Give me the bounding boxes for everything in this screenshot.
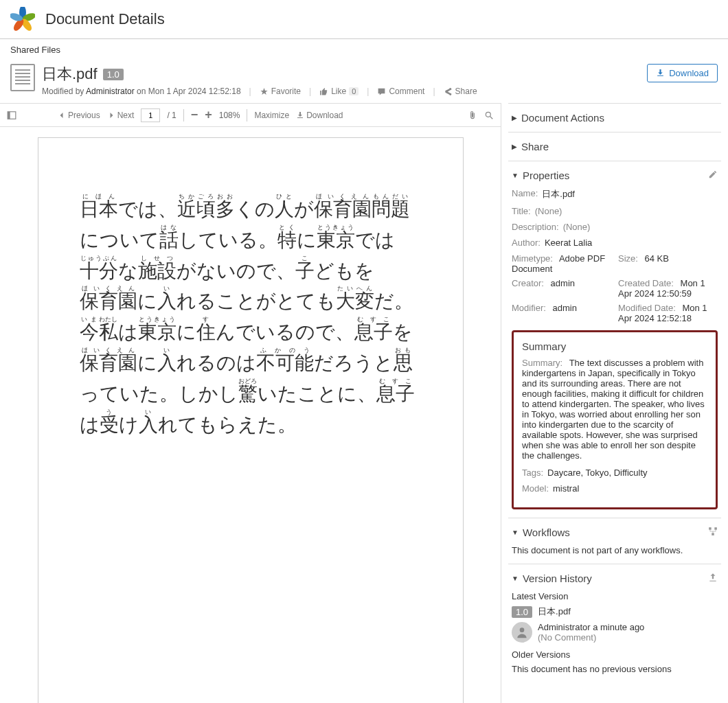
svg-rect-9 bbox=[714, 527, 717, 530]
summary-text: The text discusses a problem with kinder… bbox=[522, 358, 705, 461]
thumbs-up-icon bbox=[319, 87, 328, 96]
caret-down-icon: ▼ bbox=[512, 172, 519, 179]
prop-modifier-label: Modifier: bbox=[512, 303, 546, 313]
page-input[interactable] bbox=[141, 108, 160, 122]
comment-icon bbox=[377, 87, 386, 96]
arrow-left-icon bbox=[58, 111, 66, 119]
svg-point-7 bbox=[486, 112, 490, 117]
latest-version-name[interactable]: 日本.pdf bbox=[538, 606, 571, 618]
app-header: Document Details bbox=[0, 0, 728, 39]
svg-point-11 bbox=[520, 627, 525, 632]
zoom-out-button[interactable]: − bbox=[191, 108, 198, 122]
older-versions-empty: This document has no previous versions bbox=[512, 664, 718, 674]
next-page-button[interactable]: Next bbox=[107, 111, 135, 120]
user-icon bbox=[515, 625, 529, 639]
workflows-empty: This document is not part of any workflo… bbox=[512, 545, 718, 555]
download-icon bbox=[296, 111, 304, 119]
prop-description-label: Description: bbox=[512, 222, 559, 232]
download-icon bbox=[656, 69, 665, 78]
comment-button[interactable]: Comment bbox=[377, 87, 424, 96]
prop-creator-label: Creator: bbox=[512, 278, 544, 288]
share-button[interactable]: Share bbox=[444, 87, 477, 96]
tags-label: Tags: bbox=[522, 468, 543, 478]
attachment-button[interactable] bbox=[468, 111, 477, 120]
svg-rect-10 bbox=[712, 533, 714, 535]
caret-right-icon: ▶ bbox=[512, 114, 517, 122]
pdf-page: 日本にほんでは、近頃ちかごろ多おおくの人ひとが保育園ほいくえん問題もんだいについ… bbox=[38, 137, 464, 703]
star-icon bbox=[260, 87, 269, 96]
latest-version-badge: 1.0 bbox=[512, 606, 532, 618]
upload-icon bbox=[708, 573, 718, 582]
workflow-icon bbox=[708, 527, 718, 536]
pdf-text-content: 日本にほんでは、近頃ちかごろ多おおくの人ひとが保育園ほいくえん問題もんだいについ… bbox=[80, 193, 422, 440]
search-icon bbox=[484, 111, 494, 120]
viewer-download-button[interactable]: Download bbox=[296, 111, 343, 120]
version-badge: 1.0 bbox=[103, 69, 124, 80]
pencil-icon bbox=[708, 170, 718, 179]
older-versions-label: Older Versions bbox=[512, 649, 718, 660]
panel-document-actions[interactable]: ▶ Document Actions bbox=[512, 112, 718, 124]
prop-size-label: Size: bbox=[618, 253, 638, 264]
caret-down-icon: ▼ bbox=[512, 575, 519, 582]
latest-version-label: Latest Version bbox=[512, 591, 718, 601]
document-icon bbox=[10, 64, 35, 91]
edit-properties-button[interactable] bbox=[708, 170, 718, 181]
prop-description: (None) bbox=[563, 222, 591, 232]
zoom-in-button[interactable]: + bbox=[205, 108, 212, 122]
favorite-button[interactable]: Favorite bbox=[260, 87, 301, 96]
download-button[interactable]: Download bbox=[647, 64, 718, 82]
arrow-right-icon bbox=[107, 111, 115, 119]
side-panel: ▶ Document Actions ▶ Share ▼ Properties … bbox=[501, 103, 728, 703]
share-icon bbox=[444, 87, 453, 96]
model-label: Model: bbox=[522, 483, 549, 494]
prop-author-label: Author: bbox=[512, 238, 541, 248]
upload-version-button[interactable] bbox=[708, 573, 718, 584]
summary-heading: Summary bbox=[522, 341, 707, 352]
prop-creator: admin bbox=[551, 278, 575, 288]
prop-created-date-label: Created Date: bbox=[618, 278, 674, 288]
avatar-icon bbox=[512, 622, 532, 643]
paperclip-icon bbox=[468, 111, 477, 120]
app-logo-icon bbox=[10, 7, 35, 32]
like-button[interactable]: Like 0 bbox=[319, 87, 359, 96]
document-header: 日本.pdf 1.0 Modified by Administrator on … bbox=[0, 60, 728, 103]
like-count: 0 bbox=[349, 87, 359, 95]
breadcrumb[interactable]: Shared Files bbox=[0, 39, 728, 60]
modified-by-link[interactable]: Administrator bbox=[86, 87, 135, 96]
viewer-column: Previous Next / 1 − + 108% Maximize Down… bbox=[0, 103, 501, 703]
prop-name: 日本.pdf bbox=[542, 188, 575, 200]
prop-author: Keerat Lalia bbox=[545, 238, 592, 248]
document-title: 日本.pdf bbox=[42, 64, 98, 84]
prop-title-label: Title: bbox=[512, 206, 531, 216]
sidebar-toggle-button[interactable] bbox=[7, 111, 16, 120]
prop-name-label: Name: bbox=[512, 188, 538, 200]
panel-properties[interactable]: ▼ Properties bbox=[512, 170, 718, 181]
svg-rect-6 bbox=[8, 111, 10, 119]
panel-version-history[interactable]: ▼ Version History bbox=[512, 573, 718, 584]
page-total: / 1 bbox=[167, 111, 176, 120]
prop-modified-date-label: Modified Date: bbox=[618, 303, 676, 313]
tags-value: Daycare, Tokyo, Difficulty bbox=[547, 468, 647, 478]
previous-page-button[interactable]: Previous bbox=[58, 111, 100, 120]
zoom-level: 108% bbox=[219, 111, 240, 120]
model-value: mistral bbox=[553, 483, 579, 494]
search-in-doc-button[interactable] bbox=[484, 111, 494, 120]
panel-workflows[interactable]: ▼ Workflows bbox=[512, 527, 718, 538]
viewer-toolbar: Previous Next / 1 − + 108% Maximize Down… bbox=[0, 104, 501, 127]
panel-share[interactable]: ▶ Share bbox=[512, 141, 718, 152]
prop-mimetype-label: Mimetype: bbox=[512, 253, 553, 264]
workflows-action-button[interactable] bbox=[708, 527, 718, 538]
summary-box: Summary Summary: The text discusses a pr… bbox=[512, 330, 718, 509]
caret-down-icon: ▼ bbox=[512, 529, 519, 536]
modified-info: Modified by Administrator on Mon 1 Apr 2… bbox=[42, 87, 241, 96]
prop-size: 64 KB bbox=[645, 253, 669, 264]
sidebar-icon bbox=[7, 111, 16, 120]
page-title: Document Details bbox=[45, 10, 165, 28]
latest-version-info: Administrator a minute ago bbox=[538, 622, 644, 632]
svg-rect-8 bbox=[709, 527, 712, 530]
prop-modifier: admin bbox=[552, 303, 576, 313]
summary-label: Summary: bbox=[522, 358, 562, 368]
maximize-button[interactable]: Maximize bbox=[254, 111, 289, 120]
latest-version-comment: (No Comment) bbox=[538, 632, 644, 643]
prop-title: (None) bbox=[535, 206, 562, 216]
